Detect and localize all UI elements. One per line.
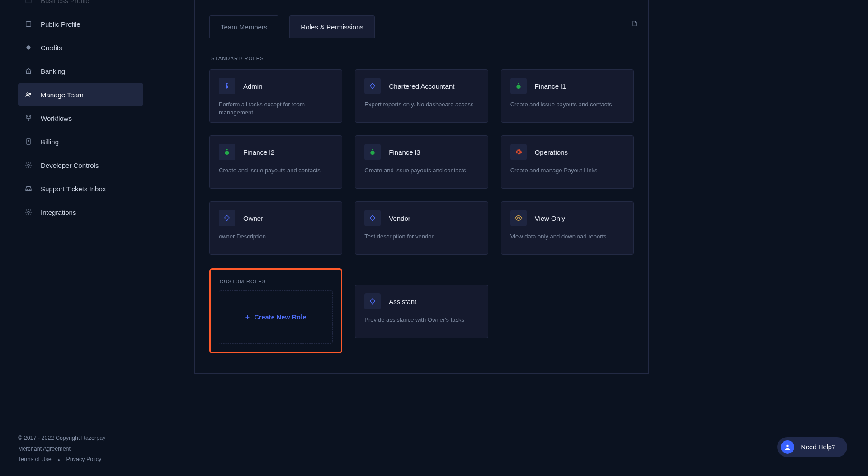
role-card-admin[interactable]: Admin Perform all tasks except for team …: [209, 69, 342, 123]
role-title: Admin: [243, 82, 263, 90]
role-card-finance-l1[interactable]: Finance l1 Create and issue payouts and …: [501, 69, 634, 123]
role-title: Owner: [243, 214, 263, 222]
sidebar-item-label: Credits: [41, 44, 62, 52]
help-avatar-icon: [781, 440, 794, 454]
diamond-icon: [364, 210, 381, 226]
sidebar-item-label: Support Tickets Inbox: [41, 185, 106, 193]
need-help-button[interactable]: Need Help?: [777, 437, 847, 457]
copyright-text: © 2017 - 2022 Copyright Razorpay: [18, 433, 143, 444]
svg-point-7: [28, 119, 29, 121]
tab-label: Roles & Permissions: [301, 23, 363, 31]
sidebar-item-label: Developer Controls: [41, 162, 99, 169]
role-card-chartered-accountant[interactable]: Chartered Accountant Export reports only…: [355, 69, 488, 123]
sidebar-nav: Business Profile Public Profile Credits …: [18, 0, 143, 419]
svg-rect-1: [26, 22, 31, 27]
role-card-assistant[interactable]: Assistant Provide assistance with Owner'…: [355, 285, 488, 338]
svg-point-12: [787, 445, 789, 447]
role-title: Finance l3: [389, 148, 420, 156]
role-card-operations[interactable]: Operations Create and manage Payout Link…: [501, 135, 634, 189]
role-description: Provide assistance with Owner's tasks: [364, 316, 478, 324]
plus-icon: +: [245, 313, 250, 321]
create-role-label: Create New Role: [255, 314, 307, 321]
svg-point-10: [28, 211, 29, 213]
manage-team-card: Team Members Roles & Permissions STANDAR…: [194, 0, 649, 374]
merchant-agreement-link[interactable]: Merchant Agreement: [18, 444, 143, 455]
role-card-finance-l2[interactable]: Finance l2 Create and issue payouts and …: [209, 135, 342, 189]
sidebar-item-credits[interactable]: Credits: [18, 36, 143, 59]
role-title: Chartered Accountant: [389, 82, 454, 90]
tab-team-members[interactable]: Team Members: [209, 15, 278, 38]
role-title: Finance l1: [535, 82, 566, 90]
role-description: Create and issue payouts and contacts: [510, 100, 624, 109]
gear-icon: [24, 161, 33, 169]
svg-point-11: [517, 217, 519, 219]
svg-point-6: [30, 116, 31, 117]
standard-roles-grid: Admin Perform all tasks except for team …: [209, 69, 634, 255]
sidebar-item-label: Banking: [41, 67, 65, 75]
diamond-icon: [364, 293, 381, 309]
sidebar-item-label: Public Profile: [41, 20, 80, 28]
main-panel: Team Members Roles & Permissions STANDAR…: [158, 0, 868, 476]
tab-roles-permissions[interactable]: Roles & Permissions: [289, 15, 374, 38]
svg-point-3: [27, 93, 28, 95]
bank-icon: [24, 67, 33, 75]
diamond-icon: [219, 210, 235, 226]
svg-rect-0: [26, 0, 31, 3]
sidebar-item-banking[interactable]: Banking: [18, 60, 143, 82]
privacy-policy-link[interactable]: Privacy Policy: [66, 454, 101, 465]
sidebar-item-integrations[interactable]: Integrations: [18, 201, 143, 224]
team-icon: [24, 90, 33, 99]
globe-icon: [24, 20, 33, 28]
role-card-vendor[interactable]: Vendor Test description for vendor: [355, 201, 488, 255]
sidebar-item-label: Manage Team: [41, 91, 84, 99]
sidebar-item-workflows[interactable]: Workflows: [18, 107, 143, 129]
role-title: Vendor: [389, 214, 410, 222]
cog-icon: [510, 144, 527, 160]
inbox-icon: [24, 185, 33, 193]
role-description: owner Description: [219, 233, 333, 241]
sidebar-item-billing[interactable]: Billing: [18, 130, 143, 153]
svg-point-5: [26, 116, 28, 117]
role-description: Perform all tasks except for team manage…: [219, 100, 333, 117]
sidebar-item-label: Workflows: [41, 114, 72, 122]
eye-icon: [510, 210, 527, 226]
role-card-owner[interactable]: Owner owner Description: [209, 201, 342, 255]
role-description: Create and issue payouts and contacts: [219, 167, 333, 175]
role-description: Create and manage Payout Links: [510, 167, 624, 175]
settings-sidebar: Business Profile Public Profile Credits …: [0, 0, 158, 476]
role-card-view-only[interactable]: View Only View data only and download re…: [501, 201, 634, 255]
tie-icon: [219, 78, 235, 94]
workflow-icon: [24, 114, 33, 122]
app-root: Business Profile Public Profile Credits …: [0, 0, 868, 476]
money-bag-icon: [219, 144, 235, 160]
briefcase-icon: [24, 0, 33, 5]
card-body: STANDARD ROLES Admin Perform all tasks e…: [195, 38, 648, 373]
terms-of-use-link[interactable]: Terms of Use: [18, 454, 52, 465]
custom-roles-highlight: CUSTOM ROLES + Create New Role: [209, 268, 342, 353]
sidebar-item-developer-controls[interactable]: Developer Controls: [18, 154, 143, 176]
role-title: Operations: [535, 148, 568, 156]
sidebar-item-label: Billing: [41, 138, 59, 146]
role-card-finance-l3[interactable]: Finance l3 Create and issue payouts and …: [355, 135, 488, 189]
circle-icon: [24, 43, 33, 52]
tab-bar: Team Members Roles & Permissions: [195, 0, 648, 38]
sidebar-item-public-profile[interactable]: Public Profile: [18, 13, 143, 35]
create-new-role-button[interactable]: + Create New Role: [219, 290, 333, 344]
tab-label: Team Members: [221, 23, 267, 31]
sidebar-item-support-tickets[interactable]: Support Tickets Inbox: [18, 177, 143, 200]
role-description: Export reports only. No dashboard access: [364, 100, 478, 109]
role-description: View data only and download reports: [510, 233, 624, 241]
sidebar-item-business-profile[interactable]: Business Profile: [18, 0, 143, 12]
document-icon[interactable]: [631, 20, 637, 27]
sidebar-item-manage-team[interactable]: Manage Team: [18, 83, 143, 106]
role-title: Assistant: [389, 298, 416, 305]
money-bag-icon: [510, 78, 527, 94]
svg-point-9: [28, 164, 29, 166]
role-title: View Only: [535, 214, 565, 222]
need-help-label: Need Help?: [801, 443, 835, 451]
diamond-icon: [364, 78, 381, 94]
sidebar-item-label: Business Profile: [41, 0, 90, 5]
sidebar-footer: © 2017 - 2022 Copyright Razorpay Merchan…: [18, 419, 143, 465]
receipt-icon: [24, 138, 33, 146]
svg-point-2: [26, 45, 30, 49]
